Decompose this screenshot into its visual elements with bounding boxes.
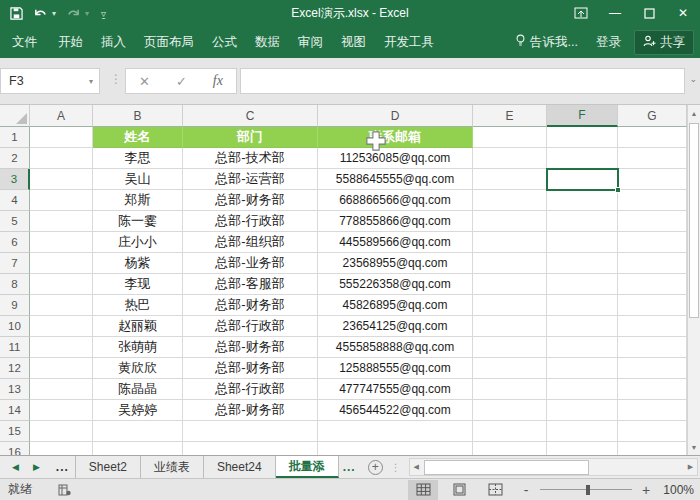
enter-icon[interactable]: ✓ xyxy=(176,74,187,89)
cell-B6[interactable]: 庄小小 xyxy=(93,232,183,253)
more-sheets-left[interactable]: ... xyxy=(50,456,75,478)
cell-G14[interactable] xyxy=(618,400,687,421)
cell-F12[interactable] xyxy=(547,358,618,379)
cell-B13[interactable]: 陈晶晶 xyxy=(93,379,183,400)
cell-A5[interactable] xyxy=(30,211,93,232)
cell-A11[interactable] xyxy=(30,337,93,358)
row-header-13[interactable]: 13 xyxy=(0,379,30,400)
row-header-4[interactable]: 4 xyxy=(0,190,30,211)
ribbon-display-options-icon[interactable] xyxy=(564,0,598,26)
horizontal-scrollbar-thumb[interactable] xyxy=(424,460,589,475)
cell-D12[interactable]: 125888555@qq.com xyxy=(318,358,473,379)
row-header-5[interactable]: 5 xyxy=(0,211,30,232)
zoom-in-button[interactable]: + xyxy=(640,482,652,498)
cell-F14[interactable] xyxy=(547,400,618,421)
cell-E11[interactable] xyxy=(473,337,547,358)
page-layout-view-icon[interactable] xyxy=(444,480,474,500)
cell-G1[interactable] xyxy=(618,127,687,148)
cell-E4[interactable] xyxy=(473,190,547,211)
cell-B12[interactable]: 黄欣欣 xyxy=(93,358,183,379)
cell-A4[interactable] xyxy=(30,190,93,211)
vertical-scrollbar-thumb[interactable] xyxy=(689,123,699,318)
scroll-down-icon[interactable]: ▼ xyxy=(688,439,700,455)
tell-me-button[interactable]: 告诉我... xyxy=(506,34,587,51)
row-header-10[interactable]: 10 xyxy=(0,316,30,337)
cell-D2[interactable]: 112536085@qq.com xyxy=(318,148,473,169)
cell-G5[interactable] xyxy=(618,211,687,232)
ribbon-tab-8[interactable]: 开发工具 xyxy=(375,26,443,58)
cell-F8[interactable] xyxy=(547,274,618,295)
sheet-tab-批量添[interactable]: 批量添 xyxy=(276,456,339,478)
cell-C1[interactable]: 部门 xyxy=(183,127,318,148)
row-header-9[interactable]: 9 xyxy=(0,295,30,316)
cell-G12[interactable] xyxy=(618,358,687,379)
cell-F11[interactable] xyxy=(547,337,618,358)
cell-E3[interactable] xyxy=(473,169,547,190)
cell-E16[interactable] xyxy=(473,442,547,455)
cell-D7[interactable]: 23568955@qq.com xyxy=(318,253,473,274)
scroll-left-icon[interactable]: ◀ xyxy=(410,459,423,475)
cell-E12[interactable] xyxy=(473,358,547,379)
cell-A8[interactable] xyxy=(30,274,93,295)
cell-C2[interactable]: 总部-技术部 xyxy=(183,148,318,169)
cell-D10[interactable]: 23654125@qq.com xyxy=(318,316,473,337)
row-header-15[interactable]: 15 xyxy=(0,421,30,442)
row-header-8[interactable]: 8 xyxy=(0,274,30,295)
close-icon[interactable]: ✕ xyxy=(666,0,700,26)
cell-A2[interactable] xyxy=(30,148,93,169)
cell-B10[interactable]: 赵丽颖 xyxy=(93,316,183,337)
scroll-up-icon[interactable]: ▲ xyxy=(688,105,700,121)
column-header-C[interactable]: C xyxy=(183,105,318,127)
cell-B9[interactable]: 热巴 xyxy=(93,295,183,316)
fill-handle[interactable] xyxy=(615,187,621,193)
cell-C9[interactable]: 总部-财务部 xyxy=(183,295,318,316)
cell-A13[interactable] xyxy=(30,379,93,400)
cell-G10[interactable] xyxy=(618,316,687,337)
vertical-scrollbar[interactable]: ▲ ▼ xyxy=(687,105,700,455)
cell-G16[interactable] xyxy=(618,442,687,455)
cell-D6[interactable]: 445589566@qq.com xyxy=(318,232,473,253)
column-header-F[interactable]: F xyxy=(547,105,618,127)
cell-C12[interactable]: 总部-财务部 xyxy=(183,358,318,379)
cell-F9[interactable] xyxy=(547,295,618,316)
cell-G11[interactable] xyxy=(618,337,687,358)
column-header-D[interactable]: D xyxy=(318,105,473,127)
cell-C15[interactable] xyxy=(183,421,318,442)
cell-C11[interactable]: 总部-财务部 xyxy=(183,337,318,358)
cell-G9[interactable] xyxy=(618,295,687,316)
cell-E8[interactable] xyxy=(473,274,547,295)
normal-view-icon[interactable] xyxy=(408,480,438,500)
row-header-1[interactable]: 1 xyxy=(0,127,30,148)
cell-F10[interactable] xyxy=(547,316,618,337)
cell-B5[interactable]: 陈一霎 xyxy=(93,211,183,232)
redo-dropdown-icon[interactable]: ▾ xyxy=(85,9,89,18)
row-header-14[interactable]: 14 xyxy=(0,400,30,421)
cell-D4[interactable]: 668866566@qq.com xyxy=(318,190,473,211)
cell-C8[interactable]: 总部-客服部 xyxy=(183,274,318,295)
cell-B1[interactable]: 姓名 xyxy=(93,127,183,148)
cell-C5[interactable]: 总部-行政部 xyxy=(183,211,318,232)
cell-E10[interactable] xyxy=(473,316,547,337)
name-box[interactable]: F3 ▾ xyxy=(0,68,100,94)
customize-quick-access-icon[interactable]: ▿̱ xyxy=(101,8,106,19)
macro-record-icon[interactable] xyxy=(58,484,71,496)
cell-C16[interactable] xyxy=(183,442,318,455)
cell-C13[interactable]: 总部-行政部 xyxy=(183,379,318,400)
sheet-tab-业绩表[interactable]: 业绩表 xyxy=(141,456,204,478)
cell-E6[interactable] xyxy=(473,232,547,253)
cell-E2[interactable] xyxy=(473,148,547,169)
redo-icon[interactable] xyxy=(66,7,81,20)
sheet-tab-Sheet2[interactable]: Sheet2 xyxy=(75,456,141,478)
cell-E1[interactable] xyxy=(473,127,547,148)
cell-F15[interactable] xyxy=(547,421,618,442)
cell-B14[interactable]: 吴婷婷 xyxy=(93,400,183,421)
row-header-12[interactable]: 12 xyxy=(0,358,30,379)
ribbon-tab-4[interactable]: 公式 xyxy=(203,26,246,58)
ribbon-tab-1[interactable]: 开始 xyxy=(49,26,92,58)
undo-dropdown-icon[interactable]: ▾ xyxy=(52,9,56,18)
cell-C4[interactable]: 总部-财务部 xyxy=(183,190,318,211)
row-header-2[interactable]: 2 xyxy=(0,148,30,169)
prev-sheet-icon[interactable]: ◀ xyxy=(12,462,19,472)
column-header-A[interactable]: A xyxy=(30,105,93,127)
cell-B11[interactable]: 张萌萌 xyxy=(93,337,183,358)
